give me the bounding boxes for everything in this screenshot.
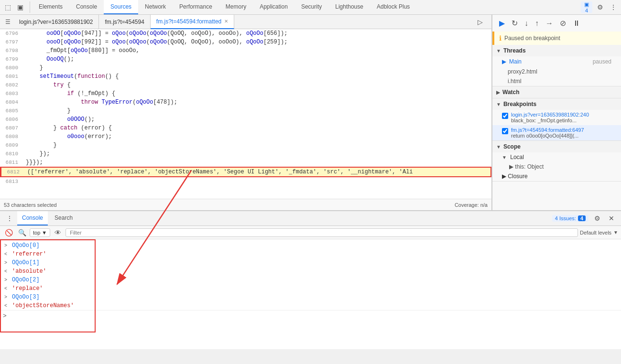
bp2-checkbox[interactable] [502,128,508,134]
tab-sources[interactable]: Sources [104,0,138,14]
thread-sub-ihtml[interactable]: i.html [492,76,621,86]
deactivate-btn[interactable]: ⊘ [557,17,569,30]
code-line-6812[interactable]: 6812 (['referrer', 'absolute', 'replace'… [0,167,491,177]
settings-btn[interactable]: ⚙ [594,1,606,13]
breakpoints-header[interactable]: ▼ Breakpoints [492,98,621,110]
console-text-2: OQoOo[1] [12,259,40,266]
default-levels-label: Default levels [580,230,611,236]
this-scope[interactable]: ▶ this: Object [492,162,621,171]
thread-main[interactable]: ▶ Main paused [492,56,621,67]
source-more-icon[interactable]: ▷ [474,16,486,28]
expand-icon-3[interactable]: < [4,269,10,274]
this-value: ▶ this: Object [509,163,544,170]
expand-icon-5[interactable]: < [4,286,10,291]
console-tab-console[interactable]: Console [17,211,48,225]
bp-arrow-icon: ▼ [496,102,501,107]
file-nav-icon[interactable]: ☰ [2,16,13,28]
console-filter-input[interactable] [65,228,578,237]
step-into-btn[interactable]: ↓ [522,17,531,30]
console-line-4[interactable]: > OQoOo[2] [0,276,621,284]
console-line-6[interactable]: > OQoOo[3] [0,293,621,301]
tab-memory[interactable]: Memory [219,0,253,14]
source-tab-fm[interactable]: fm.js?t=454594 [99,15,150,29]
tab-adblock[interactable]: Adblock Plus [370,0,416,14]
console-line-1[interactable]: < 'referrer' [0,250,621,258]
source-tab-fm-formatted[interactable]: fm.js?t=454594:formatted ✕ [151,15,234,29]
console-filter-icon[interactable]: 🔍 [16,227,28,238]
code-line-6796: 6796 ooOO[oQoOo[947]] = oQoo(oQoOo(oQoOo… [0,29,491,38]
console-line-7[interactable]: < 'objectStoreNames' [0,301,621,310]
local-scope[interactable]: ▼ Local [492,152,621,162]
console-body: > OQoOo[0] < 'referrer' > OQoOo[1] < 'ab… [0,239,621,349]
step-btn[interactable]: → [543,17,556,30]
console-toolbar: 🚫 🔍 top ▼ 👁 Default levels ▼ [0,226,621,239]
console-right: 4 Issues: 4 ⚙ ✕ [552,213,617,224]
watch-header[interactable]: ▶ Watch [492,86,621,98]
console-line-5[interactable]: < 'replace' [0,284,621,293]
source-tab-login[interactable]: login.js?ver=1636539881902 [13,15,99,29]
issues-count: 4 [578,215,586,221]
tab-network[interactable]: Network [138,0,173,14]
levels-dropdown-icon: ▼ [613,230,618,235]
bp1-checkbox[interactable] [502,113,508,119]
tab-application[interactable]: Application [253,0,294,14]
pause-on-exception-btn[interactable]: ⏸ [570,17,583,30]
resume-btn[interactable]: ▶ [496,17,508,30]
issues-label: 4 Issues: [555,215,576,221]
closure-scope[interactable]: ▶ Closure [492,171,621,181]
issues-badge[interactable]: 4 Issues: 4 [552,215,588,222]
context-selector[interactable]: top ▼ [30,228,50,237]
tab-elements[interactable]: Elements [32,0,69,14]
breakpoint-item-2[interactable]: fm.js?t=454594:formatted:6497 return o0o… [492,125,621,140]
console-text-0: OQoOo[0] [12,242,40,249]
devtools-toolbar-icons: ⬚ ▣ [2,1,30,13]
code-line-6800: 6800 } [0,64,491,72]
code-line-6807: 6807 } catch (error) { [0,124,491,132]
eye-icon[interactable]: 👁 [52,227,64,238]
tab-lighthouse[interactable]: Lighthouse [328,0,370,14]
threads-header[interactable]: ▼ Threads [492,45,621,56]
tab-security[interactable]: Security [294,0,328,14]
thread-sub-proxy2[interactable]: proxy2.html [492,67,621,76]
more-btn[interactable]: ⋮ [608,1,619,13]
console-tab-search[interactable]: Search [50,211,77,225]
code-line-6811: 6811 }}}); [0,158,491,167]
expand-icon-1[interactable]: < [4,252,10,257]
tab-performance[interactable]: Performance [173,0,219,14]
expand-icon-7[interactable]: < [4,303,10,309]
sources-main: ☰ login.js?ver=1636539881902 fm.js?t=454… [0,15,621,210]
console-close-icon[interactable]: ✕ [606,213,617,224]
breakpoint-item-1[interactable]: login.js?ver=1636539881902:240 black_box… [492,110,621,125]
console-input-line[interactable]: > [0,310,621,321]
console-line-0[interactable]: > OQoOo[0] [0,241,621,250]
source-tab-close-icon[interactable]: ✕ [224,19,228,24]
console-settings-icon[interactable]: ⚙ [591,213,603,224]
step-over-btn[interactable]: ↻ [509,17,521,30]
console-text-6: OQoOo[3] [12,294,40,300]
code-line-6801: 6801 setTimeout(function() { [0,72,491,81]
code-line-6805: 6805 } [0,107,491,115]
console-text-1: 'referrer' [12,251,46,257]
watch-label: Watch [502,89,520,96]
step-out-btn[interactable]: ↑ [532,17,542,30]
dock-icon[interactable]: ⬚ [2,1,13,13]
code-editor[interactable]: 6796 ooOO[oQoOo[947]] = oQoo(oQoOo(oQoOo… [0,29,491,199]
threads-section: ▼ Threads ▶ Main paused proxy2.html i.ht… [492,45,621,86]
expand-icon-0[interactable]: > [4,243,10,248]
clear-console-icon[interactable]: 🚫 [3,227,14,238]
code-scroll[interactable]: 6796 ooOO[oQoOo[947]] = oQoo(oQoOo(oQoOo… [0,29,491,199]
expand-icon-6[interactable]: > [4,295,10,300]
issues-count-btn[interactable]: ▣ 4 [581,1,592,13]
breakpoint-notice-text: Paused on breakpoint [504,35,560,42]
console-line-3[interactable]: < 'absolute' [0,267,621,276]
tab-console[interactable]: Console [69,0,104,14]
scope-header[interactable]: ▼ Scope [492,141,621,152]
sources-panel: ☰ login.js?ver=1636539881902 fm.js?t=454… [0,15,621,211]
expand-icon-2[interactable]: > [4,260,10,266]
console-line-2[interactable]: > OQoOo[1] [0,258,621,267]
expand-icon-4[interactable]: > [4,278,10,283]
console-more-icon[interactable]: ⋮ [4,213,15,224]
layout-icon[interactable]: ▣ [14,1,26,13]
code-line-6810: 6810 }); [0,150,491,158]
console-input-field[interactable] [10,313,618,320]
